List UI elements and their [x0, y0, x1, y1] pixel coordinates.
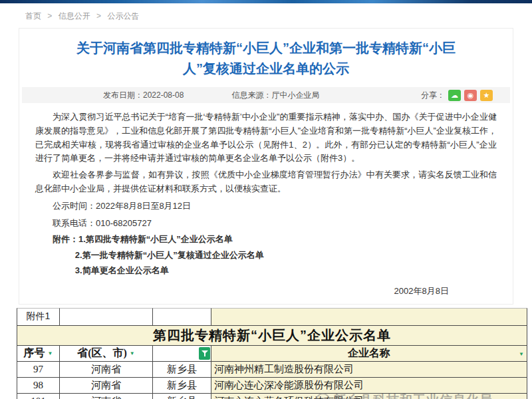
attachment-link-1[interactable]: 附件：1.第四批专精特新“小巨人”企业公示名单: [53, 233, 497, 246]
empty-cell: [211, 308, 527, 326]
table-row: 98 河南省 新乡县 河南心连心深冷能源股份有限公司: [17, 378, 527, 394]
header-label: 省(区、市): [77, 346, 127, 360]
funnel-icon: [201, 350, 208, 357]
header-label: 序号: [24, 346, 45, 360]
wechat-share-icon[interactable]: ☁: [448, 90, 461, 101]
empty-cell: [59, 308, 152, 326]
table-row: 101 河南省 新乡县 河南心连心蓝色环保科技有限公司: [17, 394, 527, 399]
attachment-link-3[interactable]: 3.简单更名企业公示名单: [75, 264, 497, 277]
breadcrumb-separator: >: [47, 11, 52, 21]
publish-date-label: 发布日期：: [103, 90, 143, 100]
attachment1-sheet: 附件1 第四批专精特新“小巨人”企业公示名单 序号 ▼ 省(区、市) ▼ 企业名…: [17, 308, 527, 399]
cell-province: 河南省: [59, 362, 152, 378]
attachment-link-2[interactable]: 2.第一批专精特新“小巨人”复核通过企业公示名单: [75, 249, 497, 262]
header-cell-index: 序号 ▼: [17, 346, 59, 362]
article-container: 关于河南省第四批专精特新“小巨人”企业和第一批专精特新“小巨人”复核通过企业名单…: [19, 28, 513, 305]
breadcrumb-info-disclosure[interactable]: 信息公开: [59, 11, 90, 21]
publish-date: 发布日期：2022-08-08: [103, 90, 184, 101]
sheet-title: 第四批专精特新“小巨人”企业公示名单: [17, 326, 527, 346]
publicity-time: 公示时间：2022年8月8日至8月12日: [35, 200, 497, 213]
breadcrumb-home[interactable]: 首页: [25, 11, 41, 21]
filter-dropdown-icon[interactable]: ▼: [130, 350, 135, 356]
info-source-label: 信息来源：: [231, 90, 271, 100]
meta-bar: 发布日期：2022-08-08 信息来源：厅中小企业局 分享： ☁ ◉ ★: [22, 87, 510, 103]
cell-county: 新乡县: [152, 394, 211, 399]
attachment1-label-cell: 附件1: [17, 308, 59, 326]
cell-company: 河南心连心蓝色环保科技有限公司: [211, 394, 527, 399]
cell-index: 97: [17, 362, 59, 378]
favorite-share-icon[interactable]: ★: [480, 90, 493, 101]
cell-company: 河南神州精工制造股份有限公司: [211, 362, 527, 378]
cell-index: 101: [17, 394, 59, 399]
publish-date-value: 2022-08-08: [143, 90, 184, 100]
cell-county: 新乡县: [152, 378, 211, 394]
contact-phone: 联系电话：010-68205727: [35, 217, 497, 231]
cell-index: 98: [17, 378, 59, 394]
header-cell-province: 省(区、市) ▼: [59, 346, 152, 362]
cell-company: 河南心连心深冷能源股份有限公司: [211, 378, 527, 394]
filter-dropdown-icon[interactable]: ▼: [519, 351, 524, 357]
active-filter-icon[interactable]: [199, 347, 210, 360]
header-label: 企业名称: [348, 346, 390, 360]
article-paragraph: 为深入贯彻习近平总书记关于“培育一批‘专精特新’中小企业”的重要指示精神，落实中…: [35, 110, 497, 166]
info-source: 信息来源：厅中小企业局: [231, 90, 319, 101]
article-paragraph: 欢迎社会各界参与监督，如有异议，按照《优质中小企业梯度培育管理暂行办法》中有关要…: [35, 168, 497, 196]
share-group: 分享： ☁ ◉ ★: [421, 90, 493, 101]
sheet-label-row: 附件1: [17, 308, 527, 326]
weibo-share-icon[interactable]: ◉: [464, 90, 477, 101]
cell-province: 河南省: [59, 378, 152, 394]
cell-county: 新乡县: [152, 362, 211, 378]
sign-date: 2002年8月8日: [35, 285, 449, 297]
header-cell-county: [152, 346, 211, 362]
cell-province: 河南省: [59, 394, 152, 399]
empty-cell: [152, 308, 211, 326]
sheet-header-row: 序号 ▼ 省(区、市) ▼ 企业名称 ▼: [17, 346, 527, 362]
share-label: 分享：: [421, 90, 445, 101]
page-title: 关于河南省第四批专精特新“小巨人”企业和第一批专精特新“小巨人”复核通过企业名单…: [70, 38, 462, 79]
header-cell-company: 企业名称 ▼: [211, 346, 527, 362]
breadcrumb: 首页 > 信息公开 > 公示公告: [0, 3, 532, 27]
breadcrumb-separator: >: [96, 11, 101, 21]
breadcrumb-current: 公示公告: [107, 11, 139, 21]
table-row: 97 河南省 新乡县 河南神州精工制造股份有限公司: [17, 362, 527, 378]
info-source-value: 厅中小企业局: [271, 90, 319, 100]
filter-dropdown-icon[interactable]: ▼: [48, 350, 53, 356]
